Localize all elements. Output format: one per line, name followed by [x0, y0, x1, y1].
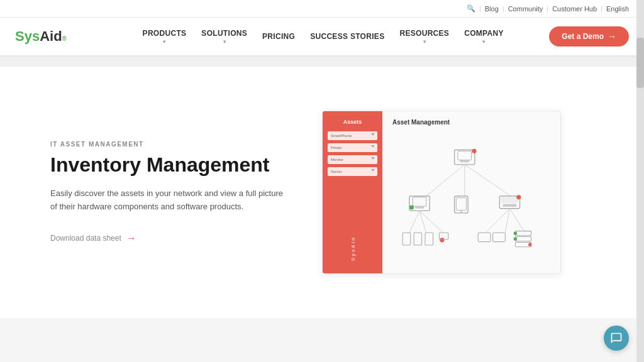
divider-4: |: [601, 5, 602, 13]
language-selector[interactable]: English: [606, 5, 629, 13]
svg-line-18: [409, 211, 419, 233]
nav-solutions[interactable]: SOLUTIONS ▾: [195, 26, 253, 47]
top-bar: 🔍 | Blog | Community | Customer Hub | En…: [0, 0, 644, 18]
svg-point-27: [440, 238, 444, 242]
panel-field-printer[interactable]: Printer: [328, 143, 377, 152]
download-label: Download data sheet: [50, 234, 121, 243]
logo-reg: ®: [62, 35, 67, 42]
svg-rect-29: [478, 233, 491, 241]
divider-2: |: [502, 5, 504, 13]
logo-sys: Sys: [15, 28, 40, 45]
sidebar-panel: Assets SmartPhone Printer Monitor Server…: [323, 111, 382, 273]
chevron-down-icon: ▾: [482, 39, 485, 45]
svg-line-6: [465, 165, 511, 196]
nav-products[interactable]: PRODUCTS ▾: [136, 26, 193, 47]
chevron-down-icon: ▾: [163, 39, 165, 45]
chevron-down-icon: ▾: [223, 39, 226, 45]
logo-aid: Aid: [40, 28, 62, 45]
arrow-icon: →: [608, 31, 616, 41]
panel-title: Assets: [328, 119, 377, 125]
svg-rect-26: [425, 233, 433, 245]
demo-btn-label: Get a Demo: [562, 32, 604, 41]
network-diagram: [392, 136, 550, 268]
chat-button[interactable]: [604, 326, 629, 351]
community-link[interactable]: Community: [508, 5, 543, 13]
panel-field-smartphone[interactable]: SmartPhone: [328, 131, 377, 140]
svg-line-23: [509, 209, 525, 233]
nav-success-stories[interactable]: SUCCESS STORIES: [304, 30, 391, 43]
svg-rect-25: [414, 233, 422, 245]
svg-rect-12: [456, 198, 466, 211]
svg-line-4: [426, 165, 465, 196]
svg-point-34: [514, 232, 517, 235]
category-label: IT ASSET MANAGEMENT: [50, 141, 289, 148]
svg-rect-30: [493, 233, 506, 241]
hero-left: IT ASSET MANAGEMENT Inventory Management…: [50, 141, 289, 244]
svg-rect-2: [460, 160, 469, 163]
svg-rect-24: [402, 233, 411, 245]
get-demo-button[interactable]: Get a Demo →: [549, 26, 629, 47]
scrollbar-thumb[interactable]: [636, 38, 644, 88]
svg-point-17: [516, 195, 521, 199]
brand-watermark: SysAid: [350, 236, 355, 261]
main-panel-title: Asset Management: [392, 119, 550, 126]
gray-band: [0, 55, 644, 67]
svg-rect-32: [515, 237, 531, 241]
svg-rect-16: [503, 204, 517, 207]
download-datasheet-link[interactable]: Download data sheet →: [50, 233, 289, 244]
bottom-area: [0, 318, 644, 362]
svg-rect-1: [458, 151, 472, 160]
svg-point-13: [460, 211, 463, 213]
navbar: SysAid® PRODUCTS ▾ SOLUTIONS ▾ PRICING S…: [0, 18, 644, 55]
svg-point-35: [514, 237, 517, 240]
divider-3: |: [547, 5, 548, 13]
hero-right: Assets SmartPhone Printer Monitor Server…: [289, 111, 594, 274]
blog-link[interactable]: Blog: [485, 5, 499, 13]
nav-pricing[interactable]: PRICING: [256, 30, 301, 43]
svg-rect-31: [515, 231, 531, 236]
arrow-icon: →: [126, 233, 136, 244]
main-nav: PRODUCTS ▾ SOLUTIONS ▾ PRICING SUCCESS S…: [97, 26, 549, 47]
scrollbar[interactable]: [636, 0, 644, 362]
svg-rect-9: [415, 206, 424, 209]
chevron-down-icon: ▾: [423, 39, 426, 45]
svg-rect-8: [413, 197, 426, 206]
svg-rect-11: [455, 196, 469, 213]
panel-field-server[interactable]: Server: [328, 167, 377, 176]
svg-rect-15: [502, 198, 518, 202]
panel-field-monitor[interactable]: Monitor: [328, 155, 377, 164]
divider-1: |: [479, 5, 481, 13]
hero-description: Easily discover the assets in your netwo…: [50, 187, 289, 214]
main-panel: Asset Management: [382, 111, 560, 273]
svg-point-36: [528, 243, 531, 246]
svg-point-10: [409, 205, 414, 209]
svg-point-3: [472, 149, 476, 153]
hero-title: Inventory Management: [50, 154, 289, 176]
customer-hub-link[interactable]: Customer Hub: [552, 5, 597, 13]
asset-illustration: Assets SmartPhone Printer Monitor Server…: [322, 111, 561, 274]
logo[interactable]: SysAid®: [15, 28, 67, 45]
svg-rect-0: [455, 150, 475, 165]
hero-section: IT ASSET MANAGEMENT Inventory Management…: [0, 67, 644, 318]
nav-resources[interactable]: RESOURCES ▾: [393, 26, 455, 47]
search-icon[interactable]: 🔍: [467, 4, 475, 13]
nav-company[interactable]: COMPANY ▾: [458, 26, 510, 47]
